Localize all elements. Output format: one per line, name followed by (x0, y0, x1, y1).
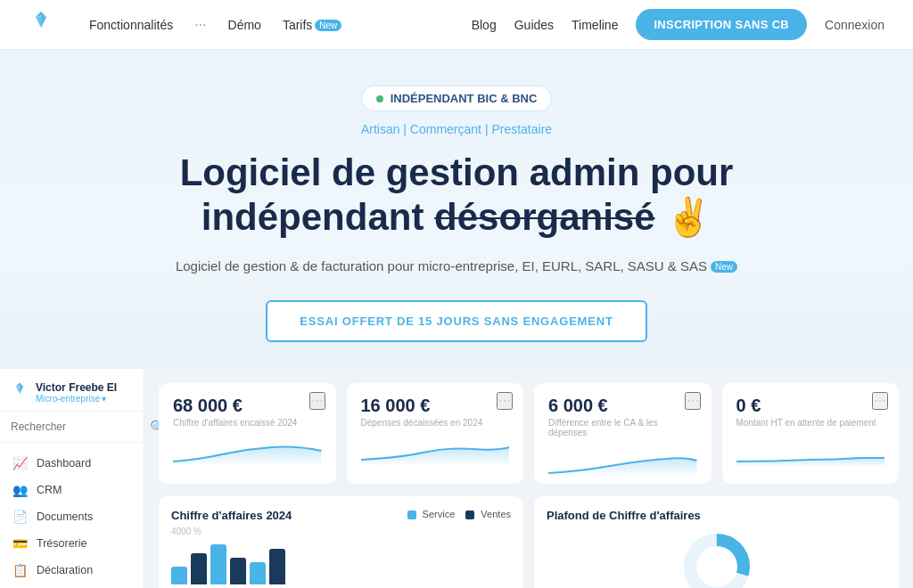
nav-right: Blog Guides Timeline INSCRIPTION SANS CB… (472, 9, 884, 40)
sidebar: Victor Freebe EI Micro-entreprise ▾ 🔍 🔔 … (0, 369, 144, 588)
user-info: Victor Freebe EI Micro-entreprise ▾ (36, 381, 133, 404)
legend-dot-service (407, 510, 416, 519)
stat-card-3: ⋯ 0 € Montant HT en attente de paiement (722, 383, 900, 484)
stat-card-0: ⋯ 68 000 € Chiffre d'affaires encaissé 2… (159, 383, 336, 484)
chart-y-label: 4000 % (171, 527, 511, 536)
sidebar-user: Victor Freebe EI Micro-entreprise ▾ (0, 369, 144, 412)
stat-label-0: Chiffre d'affaires encaissé 2024 (173, 418, 322, 428)
nav-demo[interactable]: Démo (228, 18, 261, 32)
connexion-button[interactable]: Connexion (825, 18, 884, 32)
main-content: ⋯ 68 000 € Chiffre d'affaires encaissé 2… (144, 369, 913, 588)
hero-description: Logiciel de gestion & de facturation pou… (18, 258, 895, 274)
nav-tarifs[interactable]: TarifsNew (283, 18, 341, 32)
stat-more-2[interactable]: ⋯ (685, 392, 701, 410)
sidebar-item-suivi[interactable]: ⏱ Suivi du temps (0, 584, 144, 588)
sidebar-item-documents[interactable]: 📄 Documents (0, 503, 144, 530)
stat-label-3: Montant HT en attente de paiement (736, 418, 885, 428)
bar-5 (269, 549, 285, 584)
sidebar-menu: 📈 Dashboard 👥 CRM 📄 Documents 💳 Trésorer… (0, 443, 144, 588)
tresorerie-icon: 💳 (12, 536, 28, 551)
chart-legend: Service Ventes (407, 509, 511, 519)
donut-chart-svg (681, 531, 753, 588)
bar-4 (250, 562, 266, 584)
stat-value-1: 16 000 € (361, 396, 510, 416)
sidebar-item-dashboard[interactable]: 📈 Dashboard (0, 450, 144, 477)
strikethrough-text: désorganisé (434, 196, 654, 238)
bar-2 (210, 544, 226, 584)
stat-more-3[interactable]: ⋯ (872, 392, 888, 410)
legend-dot-ventes (465, 510, 474, 519)
user-type[interactable]: Micro-entreprise ▾ (36, 394, 133, 404)
crm-icon: 👥 (12, 483, 28, 497)
declaration-icon: 📋 (12, 563, 28, 577)
sidebar-item-tresorerie[interactable]: 💳 Trésorerie (0, 530, 144, 557)
documents-icon: 📄 (12, 510, 28, 524)
nav-more[interactable]: ··· (194, 17, 206, 33)
bottom-section: Victor Freebe EI Micro-entreprise ▾ 🔍 🔔 … (0, 369, 913, 588)
hero-subtitle: Artisan | Commerçant | Prestataire (18, 122, 895, 136)
mini-chart-0 (173, 435, 322, 467)
nav-timeline[interactable]: Timeline (572, 18, 618, 32)
bar-chart-card: Chiffre d'affaires 2024 Service Ventes 4… (159, 496, 523, 588)
hero-section: INDÉPENDANT BIC & BNC Artisan | Commerça… (0, 50, 913, 369)
bar-chart (171, 540, 511, 584)
dashboard-icon: 📈 (12, 456, 28, 470)
tarifs-badge: New (315, 20, 341, 31)
hero-badge: INDÉPENDANT BIC & BNC (361, 86, 553, 111)
user-name: Victor Freebe EI (36, 381, 133, 394)
mini-chart-3 (736, 435, 885, 467)
stat-value-2: 6 000 € (548, 396, 697, 416)
stat-card-2: ⋯ 6 000 € Différence entre le CA & les d… (534, 383, 711, 484)
bar-1 (191, 553, 207, 584)
stats-row: ⋯ 68 000 € Chiffre d'affaires encaissé 2… (159, 383, 899, 484)
stat-value-3: 0 € (736, 396, 885, 416)
stat-card-1: ⋯ 16 000 € Dépenses décaissées en 2024 (347, 383, 524, 484)
mini-chart-1 (361, 435, 510, 467)
bar-0 (171, 567, 187, 584)
bar-chart-title: Chiffre d'affaires 2024 (171, 509, 292, 522)
search-bar: 🔍 🔔 ＋ (0, 412, 144, 443)
stat-more-0[interactable]: ⋯ (309, 392, 325, 410)
sidebar-item-crm[interactable]: 👥 CRM (0, 477, 144, 503)
nav-blog[interactable]: Blog (472, 18, 497, 32)
donut-chart-title: Plafond de Chiffre d'affaires (547, 509, 886, 522)
hero-title: Logiciel de gestion admin pour indépenda… (18, 151, 895, 241)
navbar: Fonctionnalités ··· Démo TarifsNew Blog … (0, 0, 913, 50)
inscription-button[interactable]: INSCRIPTION SANS CB (636, 9, 807, 40)
bar-3 (230, 558, 246, 584)
charts-row: Chiffre d'affaires 2024 Service Ventes 4… (159, 496, 899, 588)
stat-label-2: Différence entre le CA & les dépenses (548, 418, 697, 437)
stat-label-1: Dépenses décaissées en 2024 (361, 418, 510, 428)
nav-guides[interactable]: Guides (514, 18, 554, 32)
legend-ventes: Ventes (465, 509, 511, 519)
logo-icon[interactable] (29, 10, 53, 40)
donut-chart-card: Plafond de Chiffre d'affaires (534, 496, 899, 588)
nav-links: Fonctionnalités ··· Démo TarifsNew (89, 17, 443, 33)
nav-fonctionnalites[interactable]: Fonctionnalités (89, 18, 173, 32)
search-input[interactable] (11, 421, 144, 433)
badge-dot (376, 95, 383, 102)
stat-more-1[interactable]: ⋯ (497, 392, 513, 410)
sidebar-logo-icon (11, 381, 29, 404)
mini-chart-2 (548, 445, 697, 477)
desc-new-badge: New (711, 261, 737, 273)
essai-button[interactable]: ESSAI OFFERT DE 15 JOURS SANS ENGAGEMENT (266, 300, 646, 342)
stat-value-0: 68 000 € (173, 396, 322, 416)
legend-service: Service (407, 509, 456, 519)
chevron-down-icon: ▾ (102, 394, 106, 404)
sidebar-item-declaration[interactable]: 📋 Déclaration (0, 557, 144, 584)
